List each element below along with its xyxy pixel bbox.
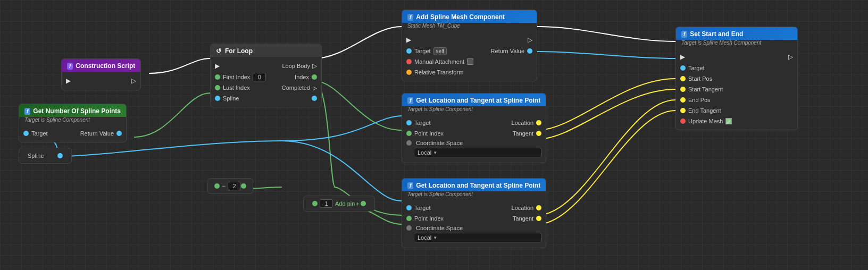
get-location-tangent-1-title: Get Location and Tangent at Spline Point	[416, 97, 540, 104]
target-pin[interactable]	[680, 65, 686, 71]
completed-label: Completed	[282, 85, 310, 91]
end-tangent-label: End Tangent	[688, 107, 721, 114]
spline-pin-in[interactable]	[215, 96, 220, 101]
location-pin[interactable]	[536, 120, 541, 125]
add-out-pin[interactable]	[361, 201, 366, 206]
sub-out-pin[interactable]	[241, 183, 246, 189]
target-row: Target	[676, 63, 797, 73]
add-pin-icon[interactable]: ＋	[355, 200, 361, 208]
manual-attachment-row: Manual Attachment	[402, 56, 537, 67]
func-icon: f	[407, 14, 413, 21]
completed-pin[interactable]: ▷	[313, 85, 317, 91]
update-mesh-row: Update Mesh ✓	[676, 116, 797, 126]
end-tangent-pin[interactable]	[680, 108, 686, 113]
return-value-pin[interactable]	[116, 131, 122, 136]
target-label: Target	[414, 120, 431, 126]
add-value[interactable]: 1	[320, 199, 333, 208]
set-start-end-header: f Set Start and End	[676, 27, 797, 40]
coord-space-dropdown-2[interactable]: Local ▼	[414, 233, 541, 242]
add-in-pin[interactable]	[312, 201, 318, 206]
return-value-label: Return Value	[80, 130, 114, 137]
first-index-pin-in[interactable]	[215, 74, 220, 80]
start-tangent-pin[interactable]	[680, 87, 686, 92]
location-pin[interactable]	[536, 205, 541, 210]
target-row: Target self Return Value	[402, 46, 537, 56]
set-start-end-subtitle: Target is Spline Mesh Component	[676, 40, 797, 48]
target-pin-in[interactable]	[23, 131, 29, 136]
exec-in-pin[interactable]: ▶	[406, 36, 411, 44]
spline-pin-out[interactable]	[312, 96, 317, 101]
last-index-pin-in[interactable]	[215, 85, 220, 90]
last-index-label: Last Index	[223, 85, 250, 91]
end-pos-pin[interactable]	[680, 97, 686, 103]
exec-out-pin[interactable]: ▷	[788, 53, 793, 61]
loop-body-label: Loop Body	[282, 63, 310, 69]
point-index-pin[interactable]	[406, 216, 412, 221]
func-icon: f	[681, 31, 687, 38]
update-mesh-pin[interactable]	[680, 119, 686, 124]
get-location-tangent-2-node: f Get Location and Tangent at Spline Poi…	[402, 178, 546, 248]
tangent-pin[interactable]	[536, 131, 541, 136]
get-location-tangent-2-header: f Get Location and Tangent at Spline Poi…	[402, 179, 546, 191]
coord-space-dropdown[interactable]: Local ▼	[414, 148, 541, 157]
func-icon: f	[407, 182, 413, 189]
spline-out-pin[interactable]	[57, 153, 63, 158]
subtract-value[interactable]: 2	[228, 182, 241, 190]
construction-script-node: f Construction Script ▶ ▷	[61, 58, 141, 90]
target-row: Target Location	[402, 203, 546, 213]
coord-space-value-2: Local	[418, 234, 431, 241]
index-label: Index	[295, 74, 309, 80]
target-pin[interactable]	[406, 205, 412, 210]
get-location-tangent-1-node: f Get Location and Tangent at Spline Poi…	[402, 93, 546, 163]
start-pos-row: Start Pos	[676, 73, 797, 84]
loop-body-pin[interactable]: ▷	[312, 62, 317, 70]
first-index-value[interactable]: 0	[253, 73, 266, 81]
update-mesh-label: Update Mesh	[688, 118, 723, 124]
relative-transform-pin[interactable]	[406, 70, 412, 75]
start-pos-label: Start Pos	[688, 75, 712, 82]
tangent-label: Tangent	[513, 215, 533, 222]
coord-space-pin[interactable]	[406, 140, 412, 146]
return-value-pin[interactable]	[527, 48, 532, 54]
add-pin-node: 1 Add pin ＋	[303, 196, 375, 212]
sub-in-pin[interactable]	[214, 183, 220, 189]
index-pin-out[interactable]	[312, 74, 317, 80]
coord-space-label: Coordinate Space	[414, 140, 463, 146]
get-location-tangent-2-title: Get Location and Tangent at Spline Point	[416, 182, 540, 189]
func-icon: f	[24, 108, 30, 115]
tangent-label: Tangent	[513, 130, 533, 137]
add-spline-mesh-node: f Add Spline Mesh Component Static Mesh …	[402, 10, 537, 81]
start-tangent-label: Start Tangent	[688, 86, 723, 92]
set-start-end-title: Set Start and End	[690, 30, 743, 38]
update-mesh-checkbox[interactable]: ✓	[725, 118, 732, 124]
get-spline-points-subtitle: Target is Spline Component	[19, 117, 126, 125]
exec-out-pin[interactable]: ▷	[131, 77, 136, 85]
manual-attachment-checkbox[interactable]	[467, 58, 473, 65]
coord-space-row: Coordinate Space Local ▼	[402, 139, 546, 159]
point-index-pin[interactable]	[406, 131, 412, 136]
spline-label: Spline	[223, 95, 239, 102]
start-pos-pin[interactable]	[680, 76, 686, 81]
set-start-end-node: f Set Start and End Target is Spline Mes…	[675, 27, 798, 130]
exec-row: ▶ Loop Body ▷	[211, 60, 321, 72]
location-label: Location	[512, 205, 534, 211]
target-pin[interactable]	[406, 120, 412, 125]
manual-attachment-pin[interactable]	[406, 59, 412, 64]
relative-transform-row: Relative Transform	[402, 67, 537, 78]
get-spline-points-title: Get Number Of Spline Points	[33, 107, 121, 115]
manual-attachment-label: Manual Attachment	[414, 58, 464, 65]
coord-space-pin-2[interactable]	[406, 225, 412, 231]
exec-in-pin[interactable]: ▶	[215, 62, 220, 70]
for-loop-node: ↺ For Loop ▶ Loop Body ▷ First Index 0 I…	[210, 44, 322, 107]
point-index-label: Point Index	[414, 215, 444, 222]
target-pin-in[interactable]	[406, 48, 412, 54]
get-spline-points-node: f Get Number Of Spline Points Target is …	[19, 104, 127, 142]
dropdown-arrow-2: ▼	[433, 235, 437, 240]
exec-in-pin[interactable]: ▶	[680, 53, 685, 61]
construction-script-header: f Construction Script	[62, 59, 140, 72]
tangent-pin[interactable]	[536, 216, 541, 221]
subtract-row: − 2	[210, 181, 251, 191]
exec-in-pin[interactable]: ▶	[66, 77, 71, 85]
exec-out-pin[interactable]: ▷	[528, 36, 532, 44]
get-spline-points-header: f Get Number Of Spline Points	[19, 104, 126, 117]
